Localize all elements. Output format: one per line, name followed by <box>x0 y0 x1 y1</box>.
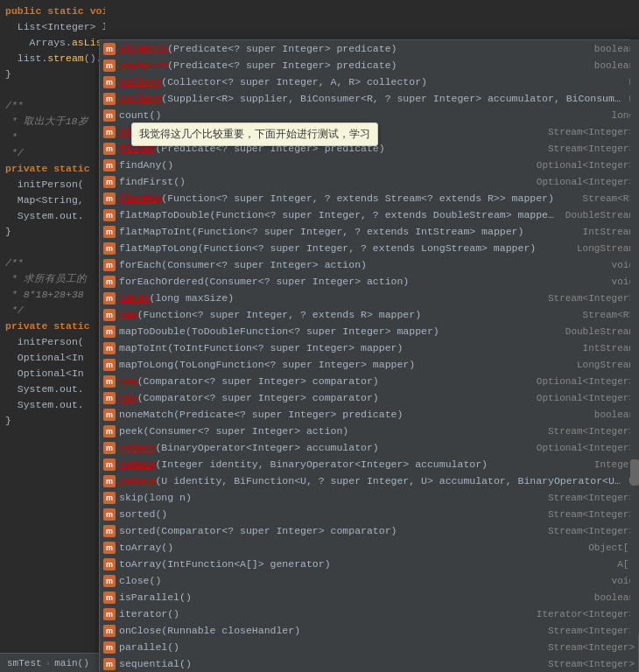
autocomplete-item[interactable]: mnoneMatch(Predicate<? super Integer> pr… <box>100 406 638 423</box>
autocomplete-item[interactable]: monClose(Runnable closeHandler)Stream<In… <box>100 622 638 639</box>
return-type: LongStream <box>577 243 635 254</box>
autocomplete-item[interactable]: mflatMap(Function<? super Integer, ? ext… <box>100 190 638 206</box>
autocomplete-item[interactable]: mflatMapToLong(Function<? super Integer,… <box>100 240 638 256</box>
tooltip-text: 我觉得这几个比较重要，下面开始进行测试，学习 <box>139 128 370 140</box>
return-type: boolean <box>594 592 635 603</box>
method-signature: isParallel() <box>119 592 587 603</box>
return-type: Optional<Integer> <box>537 443 635 453</box>
method-signature: mapToLong(ToLongFunction<? super Integer… <box>119 359 570 370</box>
autocomplete-item[interactable]: mcount()long <box>100 107 638 123</box>
method-signature: toArray() <box>119 542 581 553</box>
scrollbar-thumb[interactable] <box>630 459 639 486</box>
autocomplete-item[interactable]: manyMatch(Predicate<? super Integer> pre… <box>100 57 638 74</box>
return-type: DoubleStream <box>565 326 635 337</box>
method-signature: toArray(IntFunction<A[]> generator) <box>119 558 610 570</box>
method-icon: m <box>103 176 116 188</box>
return-type: DoubleStream <box>565 210 635 220</box>
method-icon: m <box>103 292 116 304</box>
autocomplete-item[interactable]: mmapToDouble(ToDoubleFunction<? super In… <box>100 323 638 340</box>
method-icon: m <box>103 143 116 155</box>
method-icon: m <box>103 93 116 105</box>
breadcrumb-item[interactable]: smTest <box>7 658 42 668</box>
return-type: Stream<R> <box>583 193 635 204</box>
autocomplete-item[interactable]: mflatMapToInt(Function<? super Integer, … <box>100 223 638 240</box>
autocomplete-item[interactable]: mallMatch(Predicate<? super Integer> pre… <box>100 40 638 57</box>
breadcrumb-item[interactable]: main() <box>54 658 89 668</box>
autocomplete-item[interactable]: mreduce(BinaryOperator<Integer> accumula… <box>100 439 638 456</box>
method-icon: m <box>103 276 116 288</box>
autocomplete-item[interactable]: msequential()Stream<Integer> <box>100 655 638 672</box>
scrollbar[interactable] <box>630 39 639 634</box>
autocomplete-item[interactable]: mforEachOrdered(Consumer<? super Integer… <box>100 273 638 290</box>
code-line: * <box>5 130 100 145</box>
method-signature: count() <box>119 109 605 121</box>
return-type: Stream<Integer> <box>548 493 635 503</box>
code-line: List<Integer> list = <box>5 19 100 35</box>
autocomplete-item[interactable]: mcollect(Supplier<R> supplier, BiConsume… <box>100 90 638 107</box>
return-type: Object[] <box>588 542 635 553</box>
autocomplete-item[interactable]: misParallel()boolean <box>100 589 638 606</box>
autocomplete-item[interactable]: mcollect(Collector<? super Integer, A, R… <box>100 74 638 90</box>
return-type: LongStream <box>577 360 635 370</box>
return-type: boolean <box>594 60 635 71</box>
method-signature: sequential() <box>119 658 541 669</box>
autocomplete-item[interactable]: mflatMapToDouble(Function<? super Intege… <box>100 206 638 223</box>
autocomplete-item[interactable]: mparallel()Stream<Integer> <box>100 639 638 655</box>
method-icon: m <box>103 475 116 487</box>
code-line: */ <box>5 303 100 318</box>
code-line: System.out. <box>5 208 100 224</box>
autocomplete-item[interactable]: mmapToInt(ToIntFunction<? super Integer>… <box>100 340 638 356</box>
method-signature: flatMapToLong(Function<? super Integer, … <box>119 242 570 254</box>
autocomplete-item[interactable]: mclose()void <box>100 572 638 589</box>
autocomplete-item[interactable]: miterator()Iterator<Integer> <box>100 606 638 622</box>
code-line: * 求所有员工的 <box>5 271 100 287</box>
autocomplete-item[interactable]: mmap(Function<? super Integer, ? extends… <box>100 306 638 323</box>
method-signature: collect(Supplier<R> supplier, BiConsumer… <box>119 93 621 104</box>
return-type: boolean <box>594 410 635 420</box>
autocomplete-item[interactable]: mfindAny()Optional<Integer> <box>100 157 638 173</box>
autocomplete-item[interactable]: mskip(long n)Stream<Integer> <box>100 489 638 506</box>
method-icon: m <box>103 641 116 654</box>
breadcrumb-separator: › <box>46 658 52 668</box>
method-icon: m <box>103 392 116 404</box>
code-line: * 取出大于18岁 <box>5 114 100 130</box>
return-type: boolean <box>594 44 635 54</box>
method-signature: max(Comparator<? super Integer> comparat… <box>119 375 530 387</box>
return-type: Stream<Integer> <box>548 426 635 437</box>
autocomplete-item[interactable]: mmin(Comparator<? super Integer> compara… <box>100 389 638 406</box>
return-type: Optional<Integer> <box>537 376 635 387</box>
method-signature: forEach(Consumer<? super Integer> action… <box>119 259 605 270</box>
method-signature: limit(long maxSize) <box>119 292 541 304</box>
autocomplete-item[interactable]: mreduce(Integer identity, BinaryOperator… <box>100 456 638 472</box>
method-signature: sorted() <box>119 508 541 520</box>
autocomplete-item[interactable]: mpeek(Consumer<? super Integer> action)S… <box>100 423 638 439</box>
autocomplete-item[interactable]: mlimit(long maxSize)Stream<Integer> <box>100 290 638 306</box>
autocomplete-item[interactable]: msorted(Comparator<? super Integer> comp… <box>100 522 638 539</box>
autocomplete-item[interactable]: mfindFirst()Optional<Integer> <box>100 173 638 190</box>
autocomplete-item[interactable]: mtoArray(IntFunction<A[]> generator)A[] <box>100 556 638 572</box>
autocomplete-item[interactable]: mtoArray()Object[] <box>100 539 638 556</box>
method-signature: findAny() <box>119 159 530 171</box>
method-signature: anyMatch(Predicate<? super Integer> pred… <box>119 60 587 71</box>
method-icon: m <box>103 242 116 255</box>
method-signature: min(Comparator<? super Integer> comparat… <box>119 392 530 403</box>
return-type: Stream<Integer> <box>548 626 635 636</box>
autocomplete-item[interactable]: mforEach(Consumer<? super Integer> actio… <box>100 256 638 273</box>
method-icon: m <box>103 109 116 122</box>
code-line: } <box>5 224 100 240</box>
method-signature: allMatch(Predicate<? super Integer> pred… <box>119 43 587 54</box>
method-signature: skip(long n) <box>119 492 541 503</box>
method-signature: close() <box>119 575 605 586</box>
code-line: Optional<In <box>5 350 100 366</box>
autocomplete-item[interactable]: msorted()Stream<Integer> <box>100 506 638 522</box>
autocomplete-item[interactable]: mreduce(U identity, BiFunction<U, ? supe… <box>100 472 638 489</box>
method-icon: m <box>103 608 116 620</box>
return-type: Stream<Integer> <box>548 293 635 304</box>
method-signature: peek(Consumer<? super Integer> action) <box>119 425 541 437</box>
autocomplete-item[interactable]: mmax(Comparator<? super Integer> compara… <box>100 373 638 389</box>
code-line: System.out. <box>5 397 100 413</box>
autocomplete-item[interactable]: mmapToLong(ToLongFunction<? super Intege… <box>100 356 638 373</box>
method-icon: m <box>103 575 116 587</box>
method-icon: m <box>103 409 116 421</box>
method-signature: map(Function<? super Integer, ? extends … <box>119 309 576 320</box>
